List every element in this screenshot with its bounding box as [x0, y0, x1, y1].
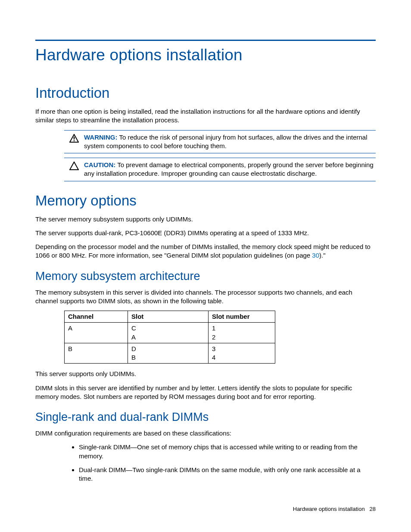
table-header-row: Channel Slot Slot number: [65, 311, 275, 323]
caution-text: To prevent damage to electrical componen…: [84, 161, 374, 177]
cell-channel: B: [65, 343, 128, 364]
caution-admonition: CAUTION: To prevent damage to electrical…: [64, 158, 376, 181]
cell-slot-number: 1 2: [209, 323, 275, 343]
cell-channel: A: [65, 323, 128, 343]
dimm-slot-table: Channel Slot Slot number A C A 1 2 B D B…: [64, 311, 275, 364]
memory-p3: Depending on the processor model and the…: [35, 243, 376, 260]
warning-text: To reduce the risk of personal injury fr…: [84, 134, 367, 149]
memory-p2: The server supports dual-rank, PC3-10600…: [35, 229, 376, 237]
page-link-30[interactable]: 30: [312, 252, 319, 259]
cell-slot: C A: [128, 323, 209, 343]
section-memory-arch: Memory subsystem architecture: [35, 270, 376, 283]
list-item: Dual-rank DIMM—Two single-rank DIMMs on …: [79, 466, 376, 483]
cell-slot: D B: [128, 343, 209, 364]
warning-icon: [64, 133, 84, 151]
footer-page-number: 28: [370, 506, 376, 512]
memory-p1: The server memory subsystem supports onl…: [35, 215, 376, 224]
page-footer: Hardware options installation 28: [293, 506, 376, 512]
caution-label: CAUTION:: [84, 161, 115, 168]
th-slot: Slot: [128, 311, 209, 323]
ranks-intro: DIMM configuration requirements are base…: [35, 429, 376, 438]
list-item: Single-rank DIMM—One set of memory chips…: [79, 443, 376, 460]
section-memory-options: Memory options: [35, 193, 376, 209]
caution-icon: [64, 161, 84, 178]
table-row: B D B 3 4: [65, 343, 275, 364]
th-channel: Channel: [65, 311, 128, 323]
cell-slot-number: 3 4: [209, 343, 275, 364]
th-slot-number: Slot number: [209, 311, 275, 323]
svg-rect-0: [74, 137, 75, 139]
section-ranks: Single-rank and dual-rank DIMMs: [35, 411, 376, 424]
warning-label: WARNING:: [84, 134, 118, 141]
arch-intro: The memory subsystem in this server is d…: [35, 288, 376, 306]
ranks-list: Single-rank DIMM—One set of memory chips…: [64, 443, 376, 483]
warning-admonition: WARNING: To reduce the risk of personal …: [64, 130, 376, 154]
arch-after2: DIMM slots in this server are identified…: [35, 384, 376, 401]
page-title: Hardware options installation: [35, 46, 376, 64]
arch-after1: This server supports only UDIMMs.: [35, 370, 376, 378]
intro-paragraph: If more than one option is being install…: [35, 107, 376, 125]
section-introduction: Introduction: [35, 85, 376, 101]
footer-section: Hardware options installation: [293, 506, 365, 512]
svg-rect-1: [74, 140, 75, 141]
table-row: A C A 1 2: [65, 323, 275, 343]
top-rule: [35, 40, 376, 41]
memory-p3b: ).": [319, 252, 326, 259]
